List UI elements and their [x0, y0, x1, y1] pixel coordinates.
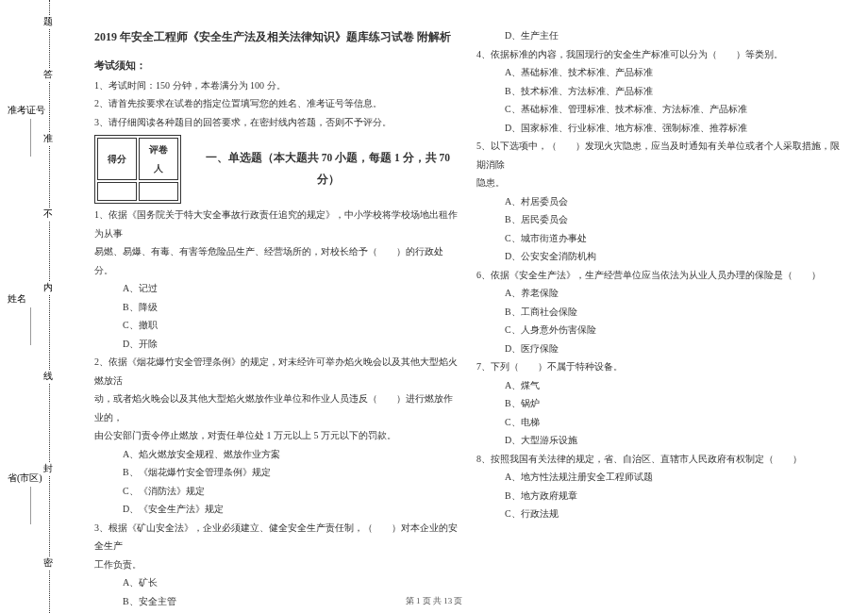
score-col-score: 得分: [97, 138, 137, 180]
q8-opt-c: C、行政法规: [476, 505, 840, 523]
score-col-grader: 评卷人: [139, 138, 178, 180]
right-column: D、生产主任 4、依据标准的内容，我国现行的安全生产标准可以分为（ ）等类别。 …: [467, 26, 849, 587]
page-footer: 第 1 页 共 13 页: [0, 595, 868, 607]
q3-opt-a: A、矿长: [94, 573, 458, 592]
ticket-label: 准考证号: [8, 104, 45, 117]
province-line: [30, 487, 31, 524]
notice-heading: 考试须知：: [94, 56, 458, 75]
q2-opt-c: C、《消防法》规定: [94, 482, 458, 501]
q3-opt-d: D、生产主任: [476, 26, 840, 45]
seal-char-nei: 内: [43, 281, 53, 294]
score-section-row: 得分 评卷人 一、单选题（本大题共 70 小题，每题 1 分，共 70 分）: [94, 131, 458, 206]
exam-page: 密 封 线 内 不 准 答 题 省(市区) 姓名 准考证号 2019 年安全工程…: [0, 0, 868, 613]
name-line: [30, 307, 31, 345]
field-ticket: 准考证号: [8, 104, 45, 117]
score-blank-2: [139, 182, 178, 201]
q5-opt-d: D、公安安全消防机构: [476, 247, 840, 266]
seal-char-feng: 封: [43, 462, 53, 475]
ticket-line: [30, 119, 31, 157]
notice-line-2: 2、请首先按要求在试卷的指定位置填写您的姓名、准考证号等信息。: [94, 94, 458, 113]
q5-opt-a: A、村居委员会: [476, 192, 840, 211]
q7-opt-a: A、煤气: [476, 376, 840, 395]
q5-opt-b: B、居民委员会: [476, 210, 840, 229]
q2-opt-b: B、《烟花爆竹安全管理条例》规定: [94, 463, 458, 482]
q2-stem-1: 2、依据《烟花爆竹安全管理条例》的规定，对未经许可举办焰火晚会以及其他大型焰火燃…: [94, 353, 458, 389]
province-label: 省(市区): [8, 472, 42, 485]
q4-opt-d: D、国家标准、行业标准、地方标准、强制标准、推荐标准: [476, 119, 840, 138]
q6-opt-a: A、养老保险: [476, 284, 840, 303]
q1-opt-b: B、降级: [94, 298, 458, 317]
q5-stem-1: 5、以下选项中，（ ）发现火灾隐患，应当及时通知有关单位或者个人采取措施，限期消…: [476, 137, 840, 174]
q6-opt-d: D、医疗保险: [476, 340, 840, 358]
seal-char-da: 答: [43, 68, 53, 81]
q3-stem-2: 工作负责。: [94, 555, 458, 574]
q4-stem: 4、依据标准的内容，我国现行的安全生产标准可以分为（ ）等类别。: [476, 45, 840, 64]
q8-opt-b: B、地方政府规章: [476, 487, 840, 505]
score-box: 得分 评卷人: [94, 135, 181, 204]
notice-line-1: 1、考试时间：150 分钟，本卷满分为 100 分。: [94, 76, 458, 95]
exam-title: 2019 年安全工程师《安全生产法及相关法律知识》题库练习试卷 附解析: [94, 26, 458, 48]
q1-opt-c: C、撤职: [94, 316, 458, 335]
q5-opt-c: C、城市街道办事处: [476, 229, 840, 248]
q1-stem-1: 1、依据《国务院关于特大安全事故行政责任追究的规定》，中小学校将学校场地出租作为…: [94, 206, 458, 242]
notice-line-3: 3、请仔细阅读各种题目的回答要求，在密封线内答题，否则不予评分。: [94, 113, 458, 132]
dotted-seal-line: [49, 0, 50, 613]
q5-stem-2: 隐患。: [476, 174, 840, 192]
q6-opt-c: C、人身意外伤害保险: [476, 321, 840, 340]
name-label: 姓名: [8, 292, 26, 306]
field-province: 省(市区): [8, 472, 42, 485]
q6-stem: 6、依据《安全生产法》，生产经营单位应当依法为从业人员办理的保险是（ ）: [476, 266, 840, 285]
q1-stem-2: 易燃、易爆、有毒、有害等危险品生产、经营场所的，对校长给予（ ）的行政处分。: [94, 242, 458, 279]
left-column: 2019 年安全工程师《安全生产法及相关法律知识》题库练习试卷 附解析 考试须知…: [85, 26, 467, 587]
seal-char-bu: 不: [43, 207, 53, 221]
q2-stem-2: 动，或者焰火晚会以及其他大型焰火燃放作业单位和作业人员违反（ ）进行燃放作业的，: [94, 389, 458, 426]
q7-stem: 7、下列（ ）不属于特种设备。: [476, 357, 840, 376]
q6-opt-b: B、工商社会保险: [476, 303, 840, 322]
q2-opt-d: D、《安全生产法》规定: [94, 500, 458, 519]
score-blank-1: [97, 182, 137, 201]
q3-stem-1: 3、根据《矿山安全法》，企业必须建立、健全安全生产责任制，（ ）对本企业的安全生…: [94, 519, 458, 555]
field-name: 姓名: [8, 292, 26, 306]
q4-opt-a: A、基础标准、技术标准、产品标准: [476, 63, 840, 82]
seal-char-mi: 密: [43, 556, 53, 570]
q7-opt-c: C、电梯: [476, 413, 840, 432]
q1-opt-a: A、记过: [94, 279, 458, 298]
q2-stem-3: 由公安部门责令停止燃放，对责任单位处 1 万元以上 5 万元以下的罚款。: [94, 426, 458, 445]
q4-opt-c: C、基础标准、管理标准、技术标准、方法标准、产品标准: [476, 100, 840, 119]
q4-opt-b: B、技术标准、方法标准、产品标准: [476, 82, 840, 101]
seal-char-xian: 线: [43, 370, 53, 383]
q2-opt-a: A、焰火燃放安全规程、燃放作业方案: [94, 445, 458, 464]
q7-opt-d: D、大型游乐设施: [476, 431, 840, 450]
q1-opt-d: D、开除: [94, 335, 458, 354]
section1-title: 一、单选题（本大题共 70 小题，每题 1 分，共 70 分）: [198, 147, 458, 190]
binding-gutter: 密 封 线 内 不 准 答 题 省(市区) 姓名 准考证号: [0, 0, 66, 613]
q7-opt-b: B、锅炉: [476, 394, 840, 413]
content-area: 2019 年安全工程师《安全生产法及相关法律知识》题库练习试卷 附解析 考试须知…: [85, 26, 849, 587]
q8-opt-a: A、地方性法规注册安全工程师试题: [476, 468, 840, 487]
seal-char-ti: 题: [43, 15, 53, 28]
q8-stem: 8、按照我国有关法律的规定，省、自治区、直辖市人民政府有权制定（ ）: [476, 450, 840, 469]
seal-char-zhun: 准: [43, 132, 53, 145]
